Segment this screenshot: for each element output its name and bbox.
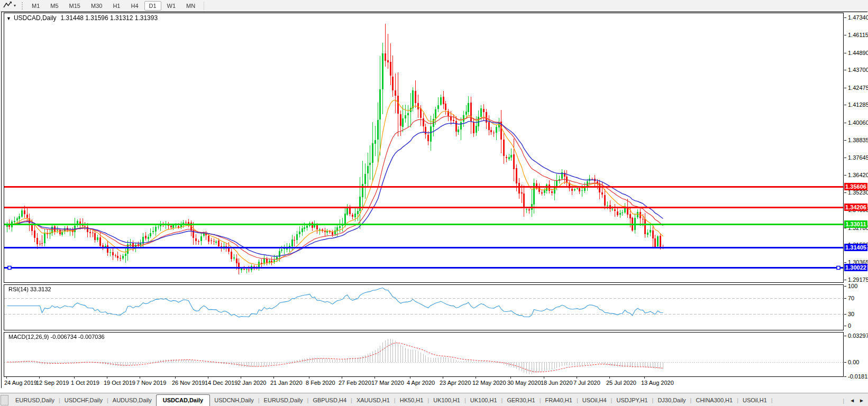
timeframe-button-MN[interactable]: MN [181, 1, 200, 11]
chart-tool-dropdown[interactable]: ▾ [0, 1, 18, 11]
axis-tick-mark [844, 362, 846, 363]
chart-tab-USOil-H4[interactable]: USOil,H4 [578, 395, 611, 406]
line-price-label: 1.35606 [844, 183, 867, 190]
axis-tick-mark [844, 70, 846, 70]
price-panel [4, 13, 844, 283]
chart-tabs-bar: EURUSD,Daily|USDCHF,Daily|AUDUSD,DailyUS… [0, 388, 868, 406]
collapse-chart-icon[interactable]: ▼ [6, 16, 11, 21]
chart-tab-USDCHF-Daily[interactable]: USDCHF,Daily [60, 395, 107, 406]
date-label: 19 Oct 2019 [104, 380, 135, 386]
date-tick-mark [107, 377, 107, 379]
tab-scroll-left-icon[interactable]: ◄ [847, 397, 857, 404]
date-label: 4 Apr 2020 [407, 380, 435, 386]
rsi-tick-label: 70 [848, 295, 854, 301]
date-label: 1 Oct 2019 [71, 380, 99, 386]
tabs-corner-grip [1, 395, 8, 405]
chart-tab-USOil-H1[interactable]: USOil,H1 [738, 395, 771, 406]
macd-chart-canvas[interactable] [4, 333, 843, 376]
price-tick-label: 1.38835 [848, 137, 868, 143]
date-tick-mark [510, 377, 511, 379]
date-label: 13 Aug 2020 [641, 380, 674, 386]
chart-tabs-strip: EURUSD,Daily|USDCHF,Daily|AUDUSD,DailyUS… [0, 393, 868, 406]
chart-ohlc-values: 1.31448 1.31596 1.31312 1.31393 [61, 14, 158, 22]
date-tick-mark [309, 377, 309, 379]
price-chart-canvas[interactable] [4, 13, 843, 282]
timeframe-button-M15[interactable]: M15 [65, 1, 85, 11]
price-tick-label: 1.46115 [848, 32, 868, 38]
chart-tab-FRA40-H1[interactable]: FRA40,H1 [541, 395, 577, 406]
chart-tab-XAUUSD-H1[interactable]: XAUUSD,H1 [352, 395, 394, 406]
rsi-tick-label: 100 [848, 283, 857, 289]
axis-tick-mark [844, 314, 846, 315]
axis-tick-mark [844, 35, 846, 35]
price-axis[interactable]: 1.473401.461151.448901.437001.424751.412… [844, 11, 868, 388]
date-tick-mark [208, 377, 208, 379]
timeframe-button-M1[interactable]: M1 [27, 1, 44, 11]
chart-tab-USDCNH-Daily[interactable]: USDCNH,Daily [210, 395, 258, 406]
date-tick-mark [410, 377, 410, 379]
timeframe-button-H4[interactable]: H4 [126, 1, 143, 11]
axis-tick-mark [844, 88, 846, 88]
timeframe-button-M30[interactable]: M30 [86, 1, 107, 11]
chart-tab-CHINA300-H1[interactable]: CHINA300,H1 [691, 395, 737, 406]
line-price-label: 1.33011 [844, 220, 867, 228]
date-label: 25 Jul 2020 [606, 380, 636, 386]
axis-tick-mark [844, 262, 846, 263]
macd-tick-label: -0.018154 [848, 373, 868, 380]
timeframe-button-W1[interactable]: W1 [162, 1, 181, 11]
date-tick-mark [374, 377, 375, 379]
date-label: 17 Mar 2020 [371, 380, 404, 386]
macd-panel: MACD(12,26,9) -0.006734 -0.007036 [4, 332, 844, 377]
date-label: 24 Aug 2019 [4, 380, 37, 386]
axis-tick-mark [844, 192, 846, 193]
timeframe-button-M5[interactable]: M5 [45, 1, 63, 11]
date-tick-mark [74, 377, 75, 379]
price-tick-label: 1.36420 [848, 172, 868, 178]
date-label: 14 Dec 2019 [205, 380, 237, 386]
tab-scroll-right-icon[interactable]: ► [857, 397, 866, 404]
date-tick-mark [140, 377, 140, 379]
time-axis[interactable]: 24 Aug 201912 Sep 20191 Oct 201919 Oct 2… [4, 377, 844, 388]
rsi-chart-canvas[interactable] [4, 285, 843, 330]
axis-tick-mark [844, 286, 846, 287]
date-tick-mark [577, 377, 577, 379]
price-tick-label: 1.40060 [848, 119, 868, 126]
price-tick-label: 1.29175 [848, 276, 868, 283]
date-label: 7 Jul 2020 [573, 380, 600, 386]
axis-tick-mark [844, 140, 846, 141]
date-label: 30 May 2020 [507, 380, 541, 386]
timeframe-button-H1[interactable]: H1 [108, 1, 125, 11]
toolbar-drag-grip[interactable] [22, 2, 23, 10]
axis-tick-mark [844, 336, 846, 336]
chart-tab-USDJPY-H1[interactable]: USDJPY,H1 [612, 395, 652, 406]
chart-tab-UK100-H1[interactable]: UK100,H1 [429, 395, 464, 406]
date-tick-mark [273, 377, 274, 379]
date-tick-mark [342, 377, 342, 379]
chart-tab-DJ30-Daily[interactable]: DJ30,Daily [653, 395, 690, 406]
chart-tab-AUDUSD-Daily[interactable]: AUDUSD,Daily [108, 395, 156, 406]
chart-tab-GBPUSD-H4[interactable]: GBPUSD,H4 [308, 395, 351, 406]
tab-scroll-arrows: | ◄ ► [840, 397, 866, 404]
date-tick-mark [241, 377, 241, 379]
chart-tab-EURUSD-Daily[interactable]: EURUSD,Daily [11, 395, 59, 406]
date-label: 26 Nov 2019 [172, 380, 205, 386]
date-label: 23 Apr 2020 [440, 380, 471, 386]
date-tick-mark [443, 377, 443, 379]
date-tick-mark [609, 377, 610, 379]
chart-tab-HK50-H1[interactable]: HK50,H1 [396, 395, 428, 406]
chart-cursor-icon [3, 1, 13, 11]
chart-tab-EURUSD-Daily[interactable]: EURUSD,Daily [260, 395, 307, 406]
date-tick-mark [39, 377, 40, 379]
chart-tab-USDCAD-Daily[interactable]: USDCAD,Daily [156, 394, 210, 406]
chart-tab-UK100-H1[interactable]: UK100,H1 [466, 395, 501, 406]
timeframe-button-D1[interactable]: D1 [144, 1, 161, 11]
axis-tick-mark [844, 376, 846, 377]
axis-tick-mark [844, 105, 846, 105]
axis-tick-mark [844, 280, 846, 280]
chart-symbol-period: USDCAD,Daily [14, 14, 57, 22]
price-tick-label: 1.41285 [848, 102, 868, 108]
rsi-panel: RSI(14) 33.3132 [4, 284, 844, 330]
rsi-label: RSI(14) 33.3132 [8, 286, 51, 292]
chart-tab-GER30-H1[interactable]: GER30,H1 [502, 395, 539, 406]
price-tick-label: 1.42475 [848, 85, 868, 91]
